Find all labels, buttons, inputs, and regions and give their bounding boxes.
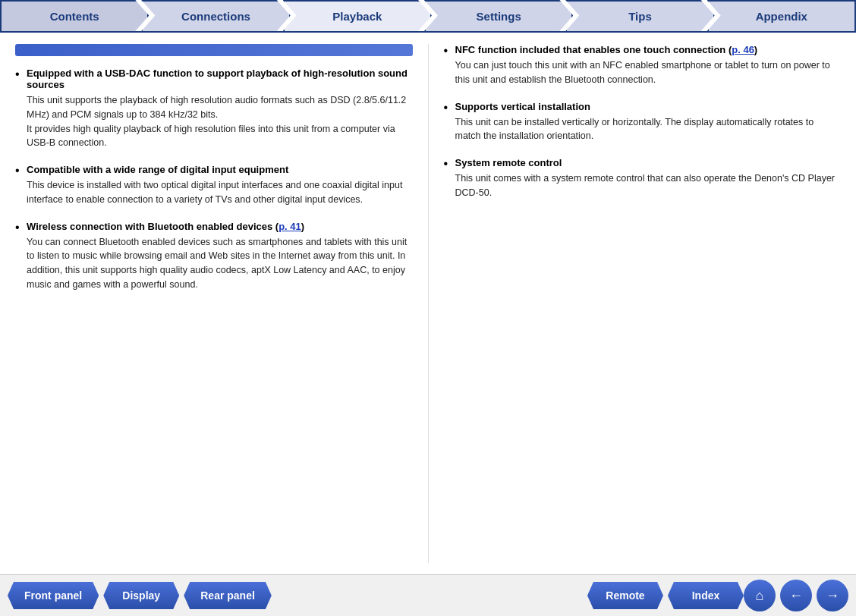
right-column: NFC function included that enables one t… bbox=[428, 44, 842, 563]
nav-tab-playback[interactable]: Playback bbox=[283, 0, 432, 31]
feature-desc-1: This device is installed with two optica… bbox=[27, 178, 413, 207]
remote-button[interactable]: Remote bbox=[587, 582, 663, 609]
bottom-left-buttons: Front panel Display Rear panel bbox=[8, 582, 272, 609]
bottom-navigation: Front panel Display Rear panel Remote In… bbox=[0, 574, 856, 616]
left-feature-item-1: Compatible with a wide range of digital … bbox=[15, 164, 413, 207]
left-column: Equipped with a USB-DAC function to supp… bbox=[15, 44, 428, 563]
main-content: Equipped with a USB-DAC function to supp… bbox=[0, 33, 856, 574]
right-feature-list: NFC function included that enables one t… bbox=[444, 44, 842, 200]
feature-desc-0: This unit supports the playback of high … bbox=[27, 93, 413, 150]
back-icon-button[interactable]: ← bbox=[780, 580, 812, 611]
right-feature-desc-0: You can just touch this unit with an NFC… bbox=[455, 58, 842, 87]
index-button[interactable]: Index bbox=[668, 582, 744, 609]
top-navigation: ContentsConnectionsPlaybackSettingsTipsA… bbox=[0, 0, 856, 33]
section-header bbox=[15, 44, 413, 56]
right-feature-title-1: Supports vertical installation bbox=[455, 101, 842, 112]
front-panel-button[interactable]: Front panel bbox=[8, 582, 99, 609]
feature-title-1: Compatible with a wide range of digital … bbox=[27, 164, 413, 175]
right-feature-item-1: Supports vertical installationThis unit … bbox=[444, 101, 842, 144]
bottom-right-buttons: Remote Index ⌂ ← → bbox=[587, 580, 848, 611]
nav-icons: ⌂ ← → bbox=[744, 580, 848, 611]
right-feature-desc-2: This unit comes with a system remote con… bbox=[455, 171, 842, 200]
right-feature-item-0: NFC function included that enables one t… bbox=[444, 44, 842, 87]
feature-desc-2: You can connect Bluetooth enabled device… bbox=[27, 235, 413, 292]
nav-tab-appendix[interactable]: Appendix bbox=[707, 0, 856, 31]
forward-icon-button[interactable]: → bbox=[817, 580, 848, 611]
nav-tab-settings[interactable]: Settings bbox=[424, 0, 573, 31]
left-feature-list: Equipped with a USB-DAC function to supp… bbox=[15, 68, 413, 292]
right-feature-title-0: NFC function included that enables one t… bbox=[455, 44, 842, 55]
right-feature-desc-1: This unit can be installed vertically or… bbox=[455, 115, 842, 144]
nav-tab-contents[interactable]: Contents bbox=[0, 0, 149, 31]
feature-title-0: Equipped with a USB-DAC function to supp… bbox=[27, 68, 413, 90]
left-feature-item-0: Equipped with a USB-DAC function to supp… bbox=[15, 68, 413, 150]
home-icon-button[interactable]: ⌂ bbox=[744, 580, 776, 611]
nav-tab-connections[interactable]: Connections bbox=[141, 0, 290, 31]
right-feature-link-0[interactable]: p. 46 bbox=[732, 44, 754, 55]
feature-link-2[interactable]: p. 41 bbox=[279, 221, 301, 232]
feature-title-2: Wireless connection with Bluetooth enabl… bbox=[27, 221, 413, 232]
right-feature-title-2: System remote control bbox=[455, 157, 842, 168]
rear-panel-button[interactable]: Rear panel bbox=[184, 582, 272, 609]
nav-tab-tips[interactable]: Tips bbox=[565, 0, 714, 31]
left-feature-item-2: Wireless connection with Bluetooth enabl… bbox=[15, 221, 413, 292]
right-feature-item-2: System remote controlThis unit comes wit… bbox=[444, 157, 842, 200]
display-button[interactable]: Display bbox=[103, 582, 179, 609]
